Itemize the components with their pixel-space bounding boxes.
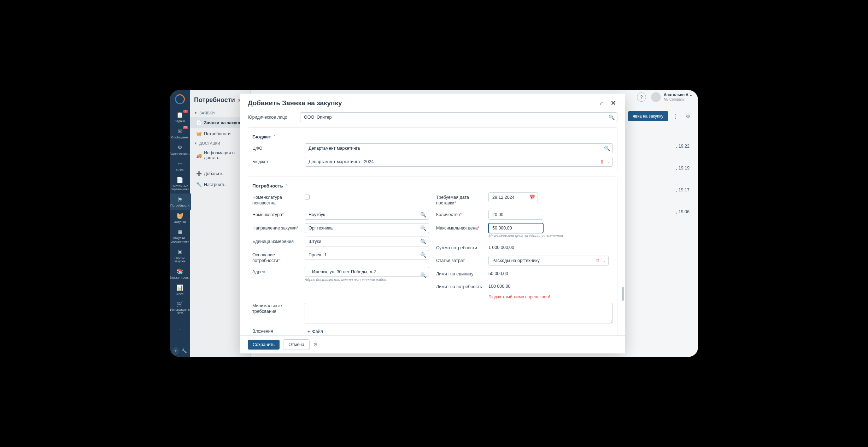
nomenclature-input[interactable]: [305, 210, 429, 220]
nav-icon: 📄: [176, 176, 184, 184]
nav-item[interactable]: 📋Задачи3: [170, 109, 191, 125]
nav-item[interactable]: ···: [170, 317, 191, 334]
search-icon[interactable]: 🔍: [420, 239, 426, 244]
search-icon[interactable]: 🔍: [609, 114, 615, 120]
help-icon[interactable]: ?: [637, 93, 646, 102]
nav-item[interactable]: ✉Сообщения90: [170, 125, 191, 142]
calendar-icon[interactable]: 📅: [529, 195, 535, 200]
search-icon[interactable]: 🔍: [420, 272, 426, 278]
nav-icon: [176, 320, 184, 327]
need-limit-value: 100 000,00: [488, 282, 511, 291]
budget-section-header[interactable]: Бюджет ⌃: [252, 129, 613, 142]
search-icon[interactable]: 🔍: [420, 252, 426, 258]
max-price-hint: Максимальная цена за единицу измерения: [488, 233, 563, 239]
need-sum-value: 1 000 000,00: [488, 243, 514, 252]
budget-limit-warning: Бюджетный лимит превышен!: [488, 294, 550, 299]
need-sum-label: Сумма потребности: [436, 243, 483, 251]
budget-label: Бюджет: [252, 159, 299, 165]
direction-input[interactable]: [305, 223, 429, 233]
add-file-button[interactable]: + Файл: [305, 327, 326, 336]
nav-icon: ✉: [176, 127, 184, 135]
badge: 3: [183, 110, 188, 113]
app-logo: [175, 94, 185, 104]
nav-add-icon[interactable]: +: [172, 347, 179, 355]
nav-item[interactable]: ⚑Потребности: [170, 193, 191, 210]
save-button[interactable]: Сохранить: [248, 340, 280, 350]
nav-item[interactable]: 📊SRM: [170, 282, 191, 298]
budget-input[interactable]: [305, 157, 613, 167]
max-price-label: Максимальная цена: [436, 226, 478, 231]
nav-icon: ≣: [176, 228, 184, 236]
nav-item[interactable]: ⚙Администри...: [170, 142, 191, 158]
nav-item[interactable]: 📚Бюджетиров...: [170, 266, 191, 282]
new-request-button[interactable]: явка на закупку: [628, 111, 668, 121]
nav-icon: 🛒: [176, 300, 184, 308]
attachments-label: Вложения: [252, 328, 299, 334]
gear-icon[interactable]: ⚙: [313, 342, 318, 347]
nav-icon: 🧺: [176, 212, 184, 220]
badge: 90: [183, 126, 188, 129]
user-menu[interactable]: Анатольев А ⌄ My Company: [651, 92, 692, 102]
direction-label: Направление закупки: [252, 226, 297, 231]
legal-entity-input[interactable]: [300, 112, 617, 122]
search-icon[interactable]: 🔍: [420, 212, 426, 217]
scrollbar[interactable]: [622, 125, 624, 318]
search-icon[interactable]: 🔍: [420, 225, 426, 231]
chevron-down-icon[interactable]: ⌄: [607, 160, 610, 164]
legal-entity-label: Юридическое лицо: [248, 114, 294, 120]
max-price-input[interactable]: [488, 223, 543, 233]
cost-item-input[interactable]: [488, 256, 609, 266]
cost-item-label: Статья затрат: [436, 256, 483, 263]
expand-icon[interactable]: ⤢: [598, 99, 605, 107]
trash-icon[interactable]: 🗑: [596, 258, 600, 263]
nav-icon: ◉: [176, 248, 184, 256]
min-req-label: Минимальные требования: [252, 303, 299, 315]
min-req-textarea[interactable]: [305, 303, 613, 323]
nav-wrench-icon[interactable]: 🔧: [181, 347, 188, 355]
chevron-down-icon[interactable]: ⌄: [603, 258, 606, 262]
nav-icon: ▭: [176, 160, 184, 168]
quantity-label: Количество: [436, 212, 460, 217]
nav-item[interactable]: ▭CRM: [170, 158, 191, 174]
nav-item[interactable]: ≣Закупки - справочники: [170, 226, 191, 246]
basis-input[interactable]: [305, 250, 429, 260]
plus-icon: +: [307, 329, 310, 334]
nav-item[interactable]: ◉Портал закупок: [170, 246, 191, 266]
unknown-nomenclature-checkbox[interactable]: [305, 195, 310, 199]
cancel-button[interactable]: Отмена: [283, 339, 310, 350]
nav-icon: 📊: [176, 284, 184, 292]
delivery-date-label: Требуемая дата поставки: [436, 195, 469, 205]
basis-label: Основание потребности: [252, 252, 278, 263]
nav-icon: 📚: [176, 268, 184, 275]
search-icon[interactable]: 🔍: [604, 145, 610, 151]
need-section-header[interactable]: Потребность ⌃: [252, 178, 613, 191]
add-request-modal: Добавить Заявка на закупку ⤢ ✕ Юридическ…: [240, 94, 625, 353]
unit-label: Единица измерения: [252, 237, 299, 244]
nav-item[interactable]: 🧺Закупки: [170, 210, 191, 226]
settings-icon[interactable]: ⚙: [686, 113, 690, 120]
link-icon: 🧺: [196, 131, 201, 136]
more-icon[interactable]: ⋮: [673, 113, 678, 120]
address-hint: Адрес доставки или место выполнения рабо…: [305, 277, 429, 283]
chevron-up-icon: ⌃: [285, 184, 288, 188]
nav-item[interactable]: 🛒Интеграция с ЭТП: [170, 298, 191, 317]
avatar: [651, 92, 661, 102]
unit-limit-value: 50 000,00: [488, 269, 508, 278]
unit-input[interactable]: [305, 237, 429, 246]
address-input[interactable]: [305, 267, 429, 277]
trash-icon[interactable]: 🗑: [600, 159, 604, 164]
close-icon[interactable]: ✕: [609, 99, 617, 108]
nav-icon: ⚑: [176, 196, 184, 203]
link-icon: 🚚: [196, 153, 201, 158]
modal-title: Добавить Заявка на закупку: [248, 99, 593, 107]
action-icon: ➕: [196, 171, 201, 176]
nav-rail: 📋Задачи3✉Сообщения90⚙Администри...▭CRM📄С…: [170, 90, 190, 357]
action-icon: 🔧: [196, 182, 201, 187]
nav-item[interactable]: 📄Системные справочники: [170, 174, 191, 194]
nav-icon: ⚙: [176, 144, 184, 151]
address-label: Адрес: [252, 267, 299, 275]
cfo-label: ЦФО: [252, 145, 299, 151]
cfo-input[interactable]: [305, 143, 613, 153]
nav-icon: 📋: [176, 111, 184, 119]
quantity-input[interactable]: [488, 210, 543, 220]
